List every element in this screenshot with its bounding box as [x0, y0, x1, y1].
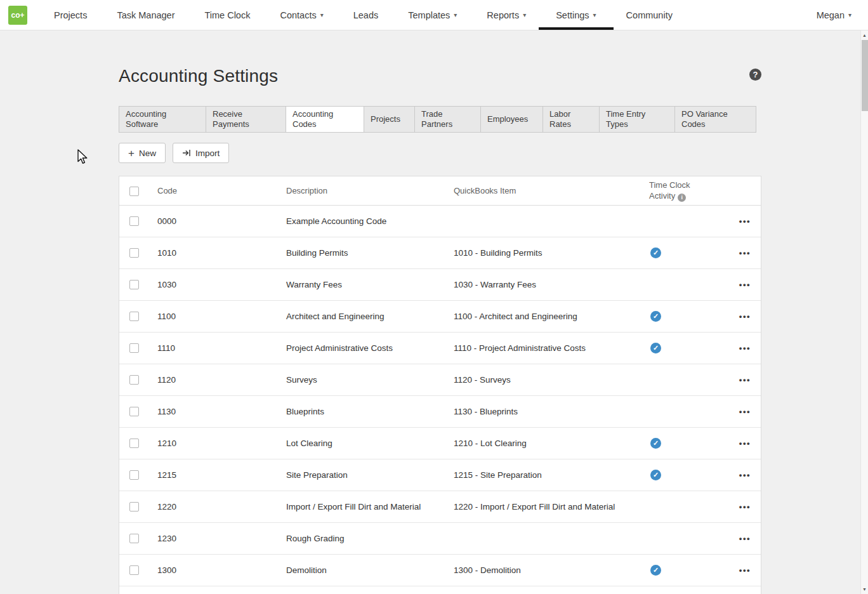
- tab-projects[interactable]: Projects: [364, 106, 415, 133]
- code-cell: 1030: [157, 280, 286, 289]
- nav-item-label: Community: [626, 10, 673, 20]
- nav-item-task-manager[interactable]: Task Manager: [117, 0, 174, 30]
- time-clock-activity-cell: ✓: [649, 311, 719, 322]
- row-checkbox[interactable]: [129, 248, 139, 258]
- nav-item-reports[interactable]: Reports▾: [487, 0, 526, 30]
- row-checkbox[interactable]: [129, 312, 139, 321]
- import-icon: [182, 148, 191, 157]
- row-actions-button[interactable]: •••: [739, 470, 751, 480]
- nav-item-settings[interactable]: Settings▾: [556, 0, 596, 30]
- checkmark-icon: ✓: [650, 438, 661, 449]
- code-cell: 1100: [157, 312, 286, 321]
- row-checkbox[interactable]: [129, 470, 139, 480]
- row-actions-button[interactable]: •••: [739, 534, 751, 543]
- nav-item-label: Reports: [487, 10, 519, 20]
- tab-accounting-software[interactable]: Accounting Software: [119, 106, 206, 133]
- tab-label: Labor Rates: [549, 109, 593, 130]
- vertical-scrollbar[interactable]: ▲ ▼: [860, 30, 868, 594]
- header-description: Description: [286, 186, 454, 195]
- checkbox-cell: [119, 343, 157, 353]
- tab-trade-partners[interactable]: Trade Partners: [414, 106, 481, 133]
- checkbox-cell: [119, 312, 157, 322]
- import-button[interactable]: Import: [173, 143, 229, 163]
- app-logo[interactable]: co+: [8, 6, 27, 25]
- row-actions-button[interactable]: •••: [739, 439, 751, 448]
- actions-cell: •••: [719, 216, 761, 226]
- table-row: 0000Example Accounting Code•••: [119, 206, 761, 237]
- row-checkbox[interactable]: [129, 375, 139, 385]
- info-icon[interactable]: i: [678, 194, 686, 202]
- tab-time-entry-types[interactable]: Time Entry Types: [599, 106, 675, 133]
- row-checkbox[interactable]: [129, 216, 139, 226]
- row-checkbox[interactable]: [129, 565, 139, 575]
- checkbox-cell: [119, 565, 157, 576]
- checkbox-cell: [119, 470, 157, 480]
- scrollbar-down-arrow[interactable]: ▼: [861, 585, 868, 593]
- nav-item-contacts[interactable]: Contacts▾: [280, 0, 323, 30]
- row-actions-button[interactable]: •••: [739, 375, 751, 385]
- description-cell: Import / Export Fill Dirt and Material: [286, 502, 454, 512]
- row-actions-button[interactable]: •••: [739, 565, 751, 575]
- nav-item-projects[interactable]: Projects: [54, 0, 87, 30]
- nav-item-community[interactable]: Community: [626, 0, 673, 30]
- table-header: Code Description QuickBooks Item Time Cl…: [119, 176, 761, 206]
- row-actions-button[interactable]: •••: [739, 502, 751, 512]
- quickbooks-item-cell: 1030 - Warranty Fees: [454, 280, 649, 289]
- tab-labor-rates[interactable]: Labor Rates: [542, 106, 600, 133]
- checkbox-cell: [119, 375, 157, 385]
- actions-cell: •••: [719, 407, 761, 416]
- checkbox-cell: [119, 439, 157, 449]
- tab-po-variance-codes[interactable]: PO Variance Codes: [674, 106, 756, 133]
- time-clock-activity-cell: ✓: [649, 343, 719, 353]
- quickbooks-item-cell: 1300 - Demolition: [454, 565, 649, 575]
- scrollbar-up-arrow[interactable]: ▲: [861, 31, 868, 39]
- quickbooks-item-cell: 1210 - Lot Clearing: [454, 439, 649, 448]
- help-icon[interactable]: ?: [749, 69, 761, 81]
- table-row: 1120Surveys1120 - Surveys•••: [119, 364, 761, 396]
- row-actions-button[interactable]: •••: [739, 407, 751, 416]
- row-actions-button[interactable]: •••: [739, 343, 751, 353]
- select-all-checkbox[interactable]: [129, 187, 139, 196]
- chevron-down-icon: ▾: [523, 11, 526, 18]
- chevron-down-icon: ▾: [320, 11, 324, 18]
- row-checkbox[interactable]: [129, 407, 139, 416]
- quickbooks-item-cell: 1120 - Surveys: [454, 375, 649, 385]
- row-checkbox[interactable]: [129, 534, 139, 543]
- nav-item-templates[interactable]: Templates▾: [408, 0, 457, 30]
- description-cell: Demolition: [286, 565, 454, 575]
- nav-item-time-clock[interactable]: Time Clock: [204, 0, 250, 30]
- actions-cell: •••: [719, 565, 761, 575]
- row-actions-button[interactable]: •••: [739, 248, 751, 258]
- table-filler: [119, 586, 761, 594]
- row-actions-button[interactable]: •••: [739, 312, 751, 321]
- row-checkbox[interactable]: [129, 343, 139, 353]
- nav-item-leads[interactable]: Leads: [353, 0, 379, 30]
- table-row: 1100Architect and Engineering1100 - Arch…: [119, 301, 761, 333]
- row-actions-button[interactable]: •••: [739, 280, 751, 289]
- content-column: Accounting Settings ? Accounting Softwar…: [119, 30, 761, 594]
- description-cell: Surveys: [286, 375, 454, 385]
- checkbox-cell: [119, 534, 157, 544]
- user-menu[interactable]: Megan ▾: [817, 0, 852, 30]
- tab-label: Time Entry Types: [606, 109, 668, 130]
- quickbooks-item-cell: 1130 - Blueprints: [454, 407, 649, 416]
- code-cell: 1210: [157, 439, 286, 448]
- description-cell: Rough Grading: [286, 534, 454, 543]
- tab-label: Projects: [371, 114, 400, 124]
- new-button[interactable]: + New: [119, 143, 166, 163]
- header-time-clock-line1: Time Clock: [649, 180, 719, 191]
- scrollbar-thumb[interactable]: [862, 40, 868, 111]
- chevron-down-icon: ▾: [593, 11, 596, 18]
- row-checkbox[interactable]: [129, 280, 139, 289]
- row-actions-button[interactable]: •••: [739, 216, 751, 226]
- nav-item-label: Task Manager: [117, 10, 174, 20]
- actions-cell: •••: [719, 470, 761, 480]
- row-checkbox[interactable]: [129, 502, 139, 512]
- nav-item-label: Settings: [556, 10, 589, 20]
- row-checkbox[interactable]: [129, 439, 139, 448]
- header-quickbooks-item: QuickBooks Item: [454, 186, 649, 195]
- tab-receive-payments[interactable]: Receive Payments: [206, 106, 286, 133]
- table-row: 1130Blueprints1130 - Blueprints•••: [119, 396, 761, 428]
- tab-employees[interactable]: Employees: [480, 106, 543, 133]
- tab-accounting-codes[interactable]: Accounting Codes: [286, 106, 364, 133]
